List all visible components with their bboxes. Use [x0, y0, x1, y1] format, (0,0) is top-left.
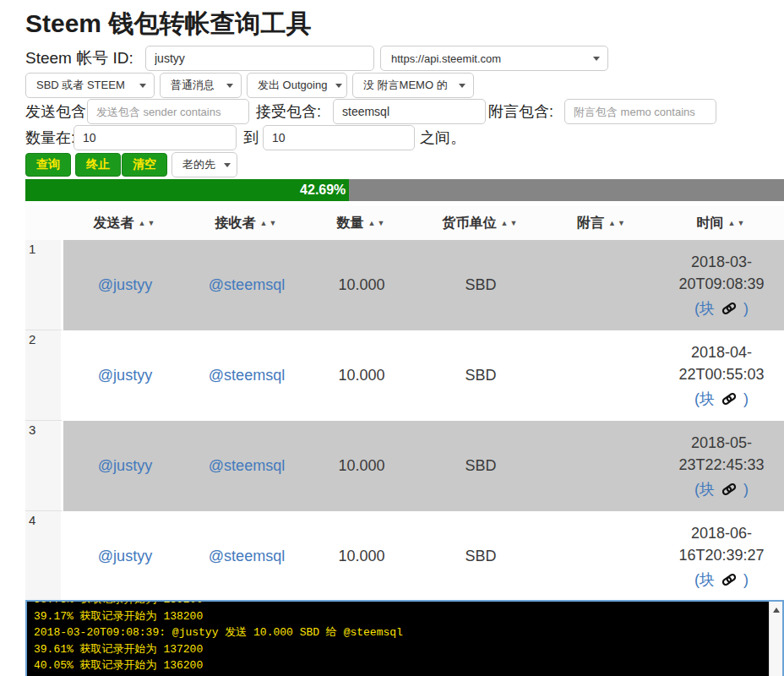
row-index: 3 — [25, 421, 63, 511]
currency-select[interactable]: SBD 或者 STEEM — [25, 73, 155, 98]
message-type-select-value: 普通消息 — [171, 78, 215, 93]
currency-value: SBD — [416, 421, 545, 511]
log-line: 40.05% 获取记录开始为 136200 — [34, 657, 782, 674]
time-cell: 2018-04-22T00:55:03 (块 ) — [659, 330, 784, 421]
sort-icons[interactable]: ▲▼ — [501, 219, 520, 227]
col-memo[interactable]: 附言▲▼ — [545, 206, 659, 240]
node-select[interactable]: https://api.steemit.com — [380, 46, 608, 71]
account-id-input[interactable] — [145, 46, 374, 71]
amount-value: 10.000 — [307, 240, 416, 330]
col-currency[interactable]: 货币单位▲▼ — [416, 206, 545, 240]
chevron-down-icon — [459, 84, 466, 88]
log-line: 2018-03-20T09:08:39: @justyy 发送 10.000 S… — [34, 624, 782, 641]
receiver-link[interactable]: @steemsql — [209, 457, 285, 474]
memo-contains-label: 附言包含: — [488, 99, 553, 124]
row-index: 1 — [25, 240, 63, 330]
direction-select[interactable]: 发出 Outgoing — [247, 73, 347, 98]
chain-link-icon — [721, 571, 738, 588]
col-sender[interactable]: 发送者▲▼ — [63, 206, 187, 240]
sender-link[interactable]: @justyy — [98, 548, 152, 564]
query-button[interactable]: 查询 — [25, 153, 71, 177]
page-title: Steem 钱包转帐查询工具 — [25, 7, 311, 41]
receiver-contains-label: 接受包含: — [256, 99, 321, 124]
table-row: 3 @justyy @steemsql 10.000 SBD 2018-05-2… — [25, 421, 784, 511]
currency-value: SBD — [416, 511, 545, 602]
message-type-select[interactable]: 普通消息 — [160, 73, 242, 98]
table-row: 1 @justyy @steemsql 10.000 SBD 2018-03-2… — [25, 240, 784, 330]
log-scrollbar[interactable] — [769, 602, 782, 676]
currency-select-value: SBD 或者 STEEM — [36, 78, 125, 93]
progress-fill: 42.69% — [25, 179, 349, 201]
table-header-row: 发送者▲▼ 接收者▲▼ 数量▲▼ 货币单位▲▼ 附言▲▼ 时间▲▼ — [25, 206, 784, 240]
sort-icons[interactable]: ▲▼ — [728, 219, 747, 227]
sort-icons[interactable]: ▲▼ — [608, 219, 627, 227]
col-index — [25, 206, 63, 240]
sort-icons[interactable]: ▲▼ — [260, 219, 279, 227]
amount-from-input[interactable] — [74, 125, 237, 150]
timestamp: 2018-03-20T09:08:39 — [678, 254, 764, 292]
log-lines: 38.73% 获取记录开始为 13920039.17% 获取记录开始为 1382… — [34, 600, 782, 676]
block-link[interactable]: (块 ) — [694, 390, 749, 407]
log-line: 39.61% 获取记录开始为 137200 — [34, 641, 782, 658]
chevron-down-icon — [226, 84, 233, 88]
sender-link[interactable]: @justyy — [98, 276, 152, 293]
amount-value: 10.000 — [307, 421, 416, 511]
amount-to-label: 到 — [243, 125, 259, 150]
memo-value — [545, 330, 659, 421]
chevron-down-icon — [593, 57, 600, 61]
log-console[interactable]: 38.73% 获取记录开始为 13920039.17% 获取记录开始为 1382… — [25, 600, 784, 676]
amount-suffix-label: 之间。 — [420, 125, 466, 150]
block-link[interactable]: (块 ) — [694, 571, 749, 588]
table-row: 4 @justyy @steemsql 10.000 SBD 2018-06-1… — [25, 511, 784, 602]
time-cell: 2018-05-23T22:45:33 (块 ) — [659, 421, 784, 511]
row-index: 4 — [25, 511, 63, 602]
chevron-down-icon — [224, 163, 231, 167]
chevron-down-icon — [335, 84, 342, 88]
receiver-link[interactable]: @steemsql — [209, 548, 285, 564]
row-index: 2 — [25, 330, 63, 421]
memo-value — [545, 421, 659, 511]
sort-icons[interactable]: ▲▼ — [368, 219, 387, 227]
log-line: 39.17% 获取记录开始为 138200 — [34, 608, 782, 625]
memo-mode-select[interactable]: 没 附言MEMO 的 — [352, 73, 474, 98]
col-time[interactable]: 时间▲▼ — [659, 206, 784, 240]
progress-percent-label: 42.69% — [300, 183, 349, 198]
currency-value: SBD — [416, 330, 545, 421]
order-select[interactable]: 老的先 — [172, 152, 237, 177]
amount-value: 10.000 — [307, 330, 416, 421]
block-link[interactable]: (块 ) — [694, 300, 749, 317]
memo-contains-input[interactable] — [564, 99, 716, 124]
chain-link-icon — [721, 300, 738, 317]
progress-bar: 42.69% — [25, 179, 784, 201]
receiver-link[interactable]: @steemsql — [209, 276, 285, 293]
sender-link[interactable]: @justyy — [98, 367, 152, 384]
time-cell: 2018-03-20T09:08:39 (块 ) — [659, 240, 784, 330]
steem-transfer-tool-page: Steem 钱包转帐查询工具 Steem 帐号 ID: https://api.… — [0, 0, 784, 676]
col-amount[interactable]: 数量▲▼ — [307, 206, 416, 240]
memo-mode-select-value: 没 附言MEMO 的 — [363, 78, 448, 93]
stop-button[interactable]: 终止 — [75, 153, 121, 177]
memo-value — [545, 240, 659, 330]
block-link[interactable]: (块 ) — [694, 481, 749, 498]
timestamp: 2018-06-16T20:39:27 — [678, 525, 764, 564]
scroll-up-icon[interactable] — [770, 603, 783, 616]
memo-value — [545, 511, 659, 602]
sort-icons[interactable]: ▲▼ — [139, 219, 157, 227]
amount-to-input[interactable] — [263, 125, 415, 150]
col-receiver[interactable]: 接收者▲▼ — [187, 206, 307, 240]
chain-link-icon — [721, 481, 738, 498]
chevron-down-icon — [139, 84, 146, 88]
direction-select-value: 发出 Outgoing — [258, 78, 327, 93]
sender-link[interactable]: @justyy — [98, 457, 152, 474]
timestamp: 2018-05-23T22:45:33 — [678, 434, 764, 473]
receiver-contains-input[interactable] — [333, 99, 486, 124]
timestamp: 2018-04-22T00:55:03 — [678, 344, 764, 383]
currency-value: SBD — [416, 240, 545, 330]
clear-button[interactable]: 清空 — [122, 153, 167, 177]
receiver-link[interactable]: @steemsql — [209, 367, 285, 384]
log-line: 38.73% 获取记录开始为 139200 — [34, 600, 782, 608]
sender-contains-label: 发送包含: — [25, 99, 90, 124]
sender-contains-input[interactable] — [87, 99, 249, 124]
time-cell: 2018-06-16T20:39:27 (块 ) — [659, 511, 784, 602]
account-id-label: Steem 帐号 ID: — [25, 46, 133, 71]
